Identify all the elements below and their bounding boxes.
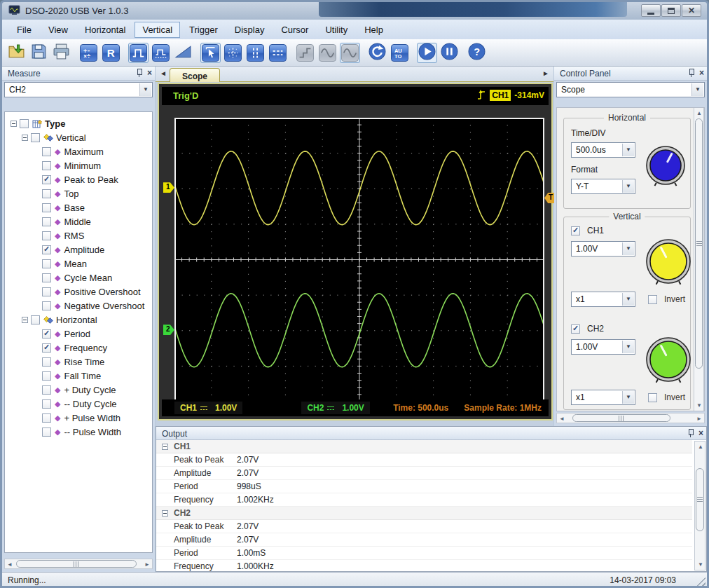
help-button[interactable]: ? bbox=[467, 43, 487, 63]
grid-button[interactable] bbox=[223, 43, 243, 63]
minimize-button[interactable] bbox=[641, 4, 661, 17]
output-group-ch2[interactable]: CH2 bbox=[156, 507, 692, 520]
ch1-mult-select[interactable]: x1 bbox=[571, 292, 635, 307]
checkbox-pulse-width[interactable] bbox=[42, 413, 51, 423]
checkbox-positive-overshoot[interactable] bbox=[42, 287, 51, 296]
control-hscrollbar[interactable]: ◄ ► bbox=[556, 413, 705, 423]
scrollbar-thumb[interactable] bbox=[695, 118, 703, 369]
menu-horizontal[interactable]: Horizontal bbox=[77, 22, 134, 38]
menu-view[interactable]: View bbox=[41, 22, 76, 38]
ch2-scale-select[interactable]: 1.00V bbox=[571, 339, 635, 355]
trigger-level-marker[interactable]: T bbox=[544, 193, 555, 203]
menu-trigger[interactable]: Trigger bbox=[181, 22, 226, 38]
time-div-select[interactable]: 500.0us bbox=[571, 142, 635, 158]
scrollbar-thumb[interactable] bbox=[572, 414, 670, 422]
scroll-down-icon[interactable]: ▼ bbox=[696, 402, 702, 409]
tree-item-duty-cycle[interactable]: ◆+ Duty Cycle bbox=[5, 383, 152, 397]
tree-item-top[interactable]: ◆Top bbox=[5, 186, 152, 200]
ch1-position-marker[interactable]: 1 bbox=[163, 182, 174, 193]
tree-item-minimum[interactable]: ◆Minimum bbox=[5, 158, 152, 172]
measure-hscrollbar[interactable]: ◄ ► bbox=[4, 559, 153, 569]
scrollbar-thumb[interactable] bbox=[16, 560, 137, 568]
tree-item-frequency[interactable]: ◆Frequency bbox=[5, 341, 152, 355]
checkbox-fall-time[interactable] bbox=[42, 371, 51, 381]
checkbox-type[interactable] bbox=[20, 119, 29, 128]
tree-item-fall-time[interactable]: ◆Fall Time bbox=[5, 369, 152, 383]
step-wave-button[interactable] bbox=[295, 43, 315, 63]
horizontal-knob[interactable] bbox=[642, 142, 689, 191]
tree-item-amplitude[interactable]: ◆Amplitude bbox=[5, 242, 152, 257]
collapse-icon[interactable] bbox=[162, 510, 168, 517]
tree-item-pulse-width[interactable]: ◆+ Pulse Width bbox=[5, 411, 152, 425]
menu-cursor[interactable]: Cursor bbox=[273, 22, 316, 38]
control-panel-select[interactable]: Scope bbox=[556, 82, 705, 97]
pulse-button[interactable] bbox=[128, 43, 149, 63]
tree-item-positive-overshoot[interactable]: ◆Positive Overshoot bbox=[5, 285, 152, 299]
run-button[interactable] bbox=[417, 43, 437, 63]
scroll-up-icon[interactable]: ▲ bbox=[696, 110, 702, 116]
print-button[interactable] bbox=[51, 43, 71, 63]
tree-item-middle[interactable]: ◆Middle bbox=[5, 214, 152, 228]
sine-wave-2-button[interactable] bbox=[340, 43, 360, 63]
panel-close-icon[interactable]: × bbox=[699, 69, 704, 77]
checkbox-mean[interactable] bbox=[42, 259, 51, 268]
checkbox-frequency[interactable] bbox=[42, 343, 51, 353]
tab-scroll-left-icon[interactable]: ◄ bbox=[160, 69, 167, 77]
cursor-button[interactable] bbox=[200, 43, 221, 63]
reference-button[interactable]: R bbox=[101, 43, 121, 63]
pulse-delay-button[interactable] bbox=[151, 43, 171, 63]
checkbox-negative-overshoot[interactable] bbox=[42, 301, 51, 310]
scroll-down-icon[interactable]: ▼ bbox=[698, 561, 703, 568]
checkbox-base[interactable] bbox=[42, 203, 51, 212]
tree-item-peak-to-peak[interactable]: ◆Peak to Peak bbox=[5, 172, 152, 186]
checkbox-minimum[interactable] bbox=[42, 161, 51, 170]
menu-file[interactable]: File bbox=[9, 22, 39, 38]
collapse-icon[interactable] bbox=[162, 444, 168, 450]
pause-button[interactable] bbox=[439, 43, 460, 63]
tree-item-horizontal[interactable]: Horizontal bbox=[5, 313, 152, 327]
open-button[interactable] bbox=[6, 43, 27, 63]
output-group-ch1[interactable]: CH1 bbox=[156, 440, 692, 453]
collapse-icon[interactable] bbox=[11, 121, 17, 127]
menu-vertical[interactable]: Vertical bbox=[135, 22, 180, 38]
tree-item-vertical[interactable]: Vertical bbox=[5, 130, 152, 144]
tree-item-maximum[interactable]: ◆Maximum bbox=[5, 144, 152, 158]
refresh-button[interactable] bbox=[367, 43, 387, 63]
ch2-invert-checkbox[interactable] bbox=[648, 393, 657, 402]
pin-icon[interactable] bbox=[136, 69, 143, 77]
math-button[interactable]: +-×÷ bbox=[78, 43, 99, 63]
tree-item-duty-cycle[interactable]: ◆-- Duty Cycle bbox=[5, 397, 152, 411]
checkbox-rms[interactable] bbox=[42, 231, 51, 240]
checkbox-vertical[interactable] bbox=[31, 133, 40, 142]
vertical-cursors-button[interactable] bbox=[245, 43, 266, 63]
tree-item-negative-overshoot[interactable]: ◆Negative Overshoot bbox=[5, 299, 152, 313]
checkbox-peak-to-peak[interactable] bbox=[42, 175, 51, 184]
tree-item-pulse-width[interactable]: ◆-- Pulse Width bbox=[5, 425, 152, 439]
panel-close-icon[interactable]: × bbox=[147, 69, 152, 77]
pin-icon[interactable] bbox=[687, 429, 694, 437]
ch2-position-knob[interactable] bbox=[642, 334, 694, 388]
checkbox-pulse-width[interactable] bbox=[42, 428, 51, 437]
sine-wave-button[interactable] bbox=[317, 43, 338, 63]
control-vscrollbar[interactable]: ▲ ▼ bbox=[694, 108, 704, 411]
measure-channel-select[interactable]: CH2 bbox=[4, 82, 153, 97]
ch1-scale-select[interactable]: 1.00V bbox=[571, 241, 635, 257]
tree-item-mean[interactable]: ◆Mean bbox=[5, 257, 152, 271]
ch1-invert-checkbox[interactable] bbox=[648, 295, 657, 304]
panel-close-icon[interactable]: × bbox=[698, 429, 703, 437]
tree-item-cycle-mean[interactable]: ◆Cycle Mean bbox=[5, 271, 152, 285]
collapse-icon[interactable] bbox=[22, 135, 28, 141]
scroll-left-icon[interactable]: ◄ bbox=[559, 416, 565, 422]
scrollbar-thumb[interactable] bbox=[696, 468, 704, 531]
format-select[interactable]: Y-T bbox=[571, 179, 635, 194]
tree-item-rms[interactable]: ◆RMS bbox=[5, 228, 152, 242]
checkbox-duty-cycle[interactable] bbox=[42, 385, 51, 395]
scroll-up-icon[interactable]: ▲ bbox=[698, 444, 703, 450]
collapse-icon[interactable] bbox=[22, 317, 28, 323]
checkbox-duty-cycle[interactable] bbox=[42, 399, 51, 409]
close-button[interactable]: ✕ bbox=[682, 4, 701, 17]
scroll-right-icon[interactable]: ► bbox=[144, 561, 150, 568]
tree-item-rise-time[interactable]: ◆Rise Time bbox=[5, 355, 152, 369]
menu-utility[interactable]: Utility bbox=[317, 22, 355, 38]
auto-set-button[interactable]: AUTO bbox=[390, 43, 410, 63]
